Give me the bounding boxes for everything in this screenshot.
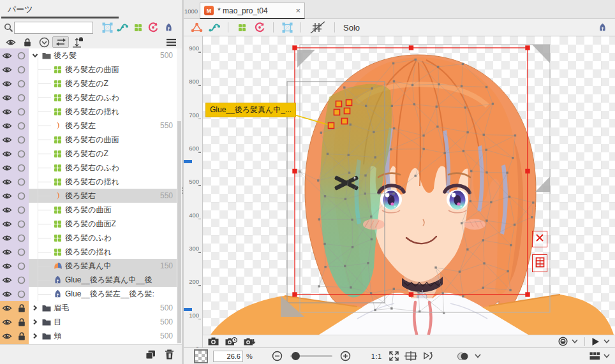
chevron-down-icon[interactable] [475,354,481,358]
tree-item-content[interactable]: 後ろ髪のふわ [29,231,182,245]
visibility-toggle[interactable] [0,105,14,119]
chevron-down-icon[interactable] [32,52,41,59]
tree-item-content[interactable] [29,343,182,344]
tree-item[interactable]: 後ろ髪右のふわ [0,161,182,175]
selection-handle[interactable] [292,45,297,50]
chevron-down-icon[interactable] [604,339,610,344]
tree-item[interactable]: 後ろ髪左550 [0,119,182,133]
bbox-select-icon[interactable] [100,22,115,33]
one-to-one-button[interactable]: 1:1 [371,353,382,360]
selection-handle[interactable] [409,292,413,296]
visibility-toggle[interactable] [0,203,14,217]
lock-toggle[interactable] [14,62,29,76]
tree-item-content[interactable]: 後ろ髪左550 [29,119,182,133]
glue-point[interactable] [346,100,352,106]
tree-item[interactable]: 後ろ髪真ん中150 [0,259,182,273]
visibility-toggle[interactable] [0,217,14,231]
visibility-toggle[interactable] [0,175,14,189]
circle-chevron-icon[interactable] [36,37,52,48]
tree-item-content[interactable]: 後ろ髪右の揺れ [29,175,182,189]
tree-item[interactable]: Glue__後ろ髪左__後ろ髪: [0,287,182,301]
selection-handle[interactable] [292,169,297,173]
swap-arrows-icon[interactable] [52,36,69,48]
glue-point[interactable] [334,110,340,115]
tree-item-content[interactable]: 後ろ髪右のZ [29,147,182,161]
fit-expand-icon[interactable] [389,351,399,361]
tree-item[interactable]: 後ろ髪左のZ [0,76,182,91]
chevron-down-icon[interactable] [572,339,578,344]
play-icon[interactable] [591,337,600,346]
path-edit-icon[interactable] [207,22,222,33]
menu-icon[interactable] [163,38,179,47]
tree-item[interactable]: Glue__後ろ髪真ん中__後 [0,273,182,287]
selection-handle[interactable] [292,292,297,296]
panel-resize-handle[interactable] [182,187,183,195]
lock-toggle[interactable] [14,105,29,119]
lock-toggle[interactable] [14,48,29,62]
lock-toggle[interactable] [14,245,29,259]
snapshot-camera-icon[interactable] [208,337,219,346]
tree-item-content[interactable]: 後ろ髪右の曲面 [29,133,182,147]
lock-toggle[interactable] [14,76,29,91]
visibility-toggle[interactable] [0,315,14,329]
tree-item-content[interactable]: 目500 [29,315,182,329]
glue-point[interactable] [336,101,342,107]
layout-grid-icon[interactable] [589,352,600,360]
zoom-level-input[interactable] [213,351,243,362]
glue-pen-icon[interactable] [595,23,610,32]
camera-history-icon[interactable] [225,337,237,346]
zoom-slider[interactable] [290,355,332,357]
tab-document[interactable]: M * mao_pro_t04 × [200,3,305,19]
lock-toggle[interactable] [14,273,29,287]
tree-item-content[interactable]: 眉毛500 [29,301,182,315]
tree-item[interactable]: 頬500 [0,329,182,343]
tree-item-content[interactable]: 後ろ髪右550 [29,189,182,203]
visibility-toggle[interactable] [0,273,14,287]
visibility-toggle[interactable] [0,119,14,133]
tree-item[interactable]: 後ろ髪左の揺れ [0,105,182,119]
tree-scrollbar[interactable] [177,48,182,344]
chevron-right-icon[interactable] [32,319,41,325]
visibility-toggle[interactable] [0,161,14,175]
record-icon[interactable] [558,337,568,346]
fit-grid-icon[interactable] [404,351,417,361]
parts-search-input[interactable] [14,22,93,34]
lock-toggle[interactable] [14,133,29,147]
visibility-toggle[interactable] [0,62,14,76]
lock-toggle[interactable] [14,329,29,343]
visibility-toggle[interactable] [0,91,14,105]
tree-item-content[interactable]: 後ろ髪左のZ [29,76,182,91]
tree-item-content[interactable]: 後ろ髪左のふわ [29,91,182,105]
zoom-in-icon[interactable] [340,351,351,361]
tree-item[interactable]: 後ろ髪左のふわ [0,91,182,105]
tree-item[interactable]: 後ろ髪左の曲面 [0,62,182,76]
lock-toggle[interactable] [14,147,29,161]
warp-deformer-icon[interactable] [130,24,145,31]
tree-item[interactable]: 後ろ髪のふわ [0,231,182,245]
tree-item-content[interactable]: 後ろ髪左の曲面 [29,62,182,76]
lock-toggle[interactable] [14,91,29,105]
tree-item[interactable]: 眉毛500 [0,301,182,315]
tree-item[interactable]: 後ろ髪右550 [0,189,182,203]
visibility-toggle[interactable] [0,231,14,245]
lock-toggle[interactable] [14,231,29,245]
dock-lock-icon[interactable] [69,37,85,48]
visibility-toggle[interactable] [0,329,14,343]
camera-export-icon[interactable] [244,337,256,346]
visibility-toggle[interactable] [0,287,14,301]
warp-deformer-icon[interactable] [234,24,249,31]
tree-item-content[interactable]: 後ろ髪の揺れ [29,245,182,259]
tree-scrollbar-thumb[interactable] [177,121,181,343]
visibility-toggle[interactable] [0,76,14,91]
visibility-toggle[interactable] [0,301,14,315]
tree-item-content[interactable]: 後ろ髪左の揺れ [29,105,182,119]
glue-point[interactable] [342,119,348,124]
zoom-slider-knob[interactable] [292,352,300,360]
tree-item-content[interactable]: Glue__後ろ髪左__後ろ髪: [29,287,182,301]
chevron-down-icon[interactable] [604,354,610,358]
lock-toggle[interactable] [14,161,29,175]
grid-off-icon[interactable] [307,21,329,34]
tree-item[interactable] [0,343,182,344]
eye-icon[interactable] [3,39,19,46]
selection-handle[interactable] [525,169,530,173]
